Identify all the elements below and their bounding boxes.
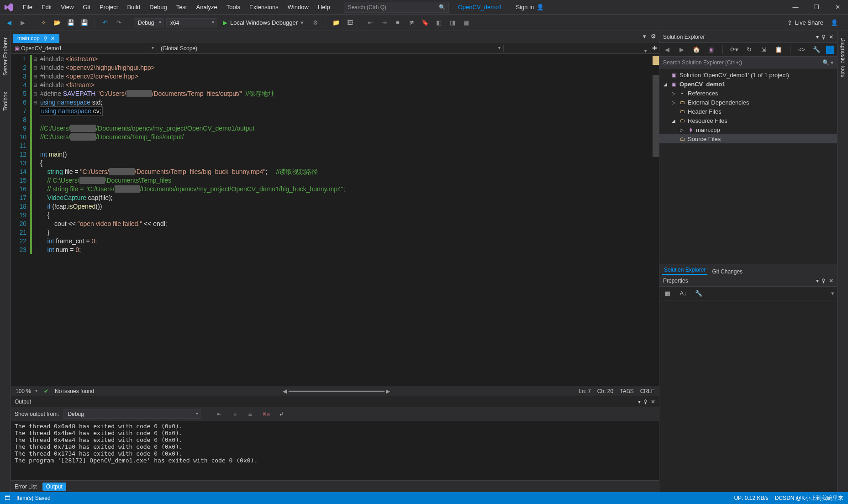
se-sync-icon[interactable]: ⟳▾ [729,44,739,55]
menu-tools[interactable]: Tools [222,2,245,12]
output-text[interactable]: The thread 0x6a48 has exited with code 0… [11,421,659,480]
panel-dropdown-icon[interactable]: ▾ [638,399,641,405]
menu-edit[interactable]: Edit [37,2,56,12]
restore-button[interactable]: ❐ [806,0,827,14]
rp-tab-solution-explorer[interactable]: Solution Explorer [662,266,707,275]
panel-close-icon[interactable]: ✕ [651,399,655,405]
se-refresh-icon[interactable]: ↻ [744,44,754,55]
menu-file[interactable]: File [18,2,37,12]
menu-help[interactable]: Help [313,2,335,12]
indent-inc-icon[interactable]: ⇥ [379,17,390,28]
folder-icon: 🗀 [679,108,686,115]
nav-back-button[interactable]: ◀ [4,17,15,28]
menu-git[interactable]: Git [78,2,95,12]
tb-extra3[interactable]: ▦ [461,17,472,28]
tab-output[interactable]: Output [42,483,66,491]
indent-dec-icon[interactable]: ⇤ [365,17,376,28]
ctx-scope-dropdown[interactable]: (Global Scope) [157,45,504,52]
se-switch-icon[interactable]: ▣ [706,44,716,55]
tb-extra1[interactable]: ◧ [433,17,444,28]
clear-output-icon[interactable]: ✕≡ [260,409,271,420]
wrap-output-icon[interactable]: ↲ [276,409,287,420]
out-btn3[interactable]: ≣ [245,409,256,420]
undo-button[interactable]: ↶ [100,17,111,28]
live-share-button[interactable]: ⇪ Live Share 👤 [787,19,844,26]
menu-window[interactable]: Window [283,2,313,12]
left-dock: Server Explorer Toolbox [0,31,11,492]
close-button[interactable]: ✕ [827,0,848,14]
step-into-icon[interactable]: 📁 [331,17,342,28]
tab-error-list[interactable]: Error List [15,483,37,490]
menu-analyze[interactable]: Analyze [191,2,221,12]
start-debugging-button[interactable]: ▶ Local Windows Debugger ▾ [219,18,307,27]
zoom-dropdown[interactable]: 100 % [16,388,37,394]
uncomment-icon[interactable]: ≢ [406,17,417,28]
menu-debug[interactable]: Debug [145,2,171,12]
save-all-button[interactable]: 💾 [79,17,90,28]
se-wrench-icon[interactable]: 🔧 [811,44,822,55]
menu-extensions[interactable]: Extensions [245,2,283,12]
prop-wrench-icon[interactable]: 🔧 [693,288,704,299]
minimap-scrollbar[interactable] [653,54,659,386]
bookmark-icon[interactable]: 🔖 [420,17,431,28]
output-from-dropdown[interactable]: Debug [63,410,200,419]
se-preview-icon[interactable]: — [826,46,834,54]
prop-cat-icon[interactable]: ▦ [662,288,673,299]
tab-chevron-down-icon[interactable]: ▾ [643,33,646,40]
save-status-icon: 🗔 [5,495,10,501]
close-tab-icon[interactable]: ✕ [51,36,55,42]
tree-item-source-files[interactable]: 🗀Source Files [659,134,837,143]
se-collapse-icon[interactable]: ⇲ [758,44,769,55]
panel-pin-icon[interactable]: ⚲ [643,399,648,405]
reattach-icon[interactable]: ⚙ [310,17,321,28]
open-button[interactable]: 📂 [52,17,63,28]
solution-explorer-toolbar: ◀ ▶ 🏠 ▣ ⟳▾ ↻ ⇲ 📋 <> 🔧 — [659,43,837,57]
out-btn2[interactable]: ≡ [229,409,240,420]
menu-view[interactable]: View [56,2,78,12]
menu-build[interactable]: Build [122,2,145,12]
code-editor[interactable]: 1234567891011121314151617181920212223 ⊟⊟… [11,54,659,386]
sign-in-button[interactable]: Sign in 👤 [516,4,544,10]
se-showall-icon[interactable]: 📋 [773,44,783,55]
se-back-icon[interactable]: ◀ [662,44,672,55]
prop-dd-icon[interactable]: ▾ [831,290,834,297]
se-code-icon[interactable]: <> [796,44,806,55]
account-icon[interactable]: 👤 [831,19,838,26]
prop-drop-icon[interactable]: ▾ [816,278,819,284]
minimize-button[interactable]: — [785,0,806,14]
prop-close-icon[interactable]: ✕ [829,278,833,284]
config-dropdown[interactable]: Debug [134,18,163,27]
se-drop-icon[interactable]: ▾ [816,34,819,40]
tb-extra2[interactable]: ◨ [447,17,458,28]
ctx-project-dropdown[interactable]: ▣ OpenCV_demo1 [11,45,157,52]
new-project-button[interactable]: ✧ [38,17,49,28]
rp-tab-git-changes[interactable]: Git Changes [712,268,743,275]
screenshot-icon[interactable]: 🖼 [344,17,355,28]
solution-explorer-search[interactable]: Search Solution Explorer (Ctrl+;) 🔍 ▾ [659,57,837,68]
server-explorer-tab[interactable]: Server Explorer [1,35,10,78]
se-close-icon[interactable]: ✕ [829,34,833,40]
menu-test[interactable]: Test [172,2,192,12]
editor-tab-main-cpp[interactable]: main.cpp ⚲ ✕ [13,34,59,43]
solution-name-label[interactable]: OpenCV_demo1 [458,4,502,10]
toolbox-tab[interactable]: Toolbox [1,89,10,113]
se-home-icon[interactable]: 🏠 [691,44,701,55]
redo-button[interactable]: ↷ [113,17,124,28]
solution-tree[interactable]: ▣Solution 'OpenCV_demo1' (1 of 1 project… [659,68,837,264]
properties-grid[interactable] [659,300,837,492]
prop-alpha-icon[interactable]: A↓ [678,288,689,299]
save-button[interactable]: 💾 [65,17,76,28]
prop-pin-icon[interactable]: ⚲ [822,278,826,284]
comment-icon[interactable]: ≡ [392,17,403,28]
split-icon[interactable]: ✚ [650,45,659,52]
tab-gear-icon[interactable]: ⚙ [651,33,656,40]
pin-icon[interactable]: ⚲ [43,36,47,42]
platform-dropdown[interactable]: x64 [166,18,216,27]
menu-project[interactable]: Project [95,2,122,12]
se-pin-icon[interactable]: ⚲ [822,34,826,40]
quick-search-input[interactable]: Search (Ctrl+Q) 🔍 [344,2,449,13]
nav-fwd-button[interactable]: ▶ [17,17,28,28]
se-fwd-icon[interactable]: ▶ [677,44,687,55]
out-btn1[interactable]: ⇤ [214,409,225,420]
diagnostic-tools-tab[interactable]: Diagnostic Tools [839,35,847,80]
